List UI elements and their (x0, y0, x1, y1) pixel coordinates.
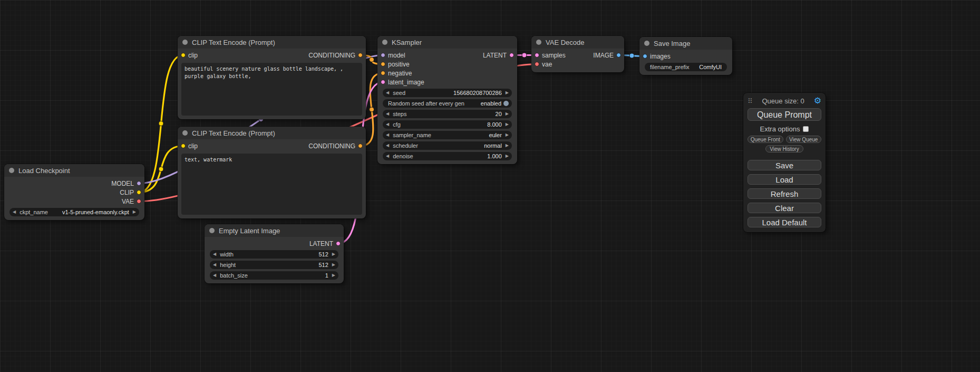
node-title-bar[interactable]: CLIP Text Encode (Prompt) (178, 127, 366, 139)
collapse-dot-icon[interactable] (209, 228, 215, 233)
queue-menu-panel: ⠿ Queue size: 0 ⚙ Queue Prompt Extra opt… (743, 93, 826, 232)
increment-arrow-icon[interactable]: ▶ (332, 271, 335, 280)
widget-batch-size[interactable]: ◀ batch_size 1 ▶ (210, 271, 338, 280)
load-button[interactable]: Load (748, 174, 821, 185)
input-slot-clip-icon[interactable] (181, 144, 186, 148)
load-default-button[interactable]: Load Default (748, 217, 821, 227)
widget-sampler-name[interactable]: ◀ sampler_name euler ▶ (383, 131, 512, 139)
output-slot-image-icon[interactable] (616, 53, 621, 58)
node-title-bar[interactable]: Empty Latent Image (205, 224, 344, 237)
node-title-bar[interactable]: CLIP Text Encode (Prompt) (178, 36, 366, 49)
collapse-dot-icon[interactable] (644, 41, 649, 46)
widget-name: batch_size (220, 272, 248, 279)
increment-arrow-icon[interactable]: ▶ (506, 152, 509, 160)
node-title: KSampler (392, 39, 422, 46)
node-title-bar[interactable]: VAE Decode (531, 36, 624, 49)
toggle-indicator-icon[interactable] (503, 101, 509, 106)
node-load-checkpoint[interactable]: Load Checkpoint MODEL CLIP VAE ◀ ckpt_na… (4, 164, 144, 220)
node-empty-latent-image[interactable]: Empty Latent Image LATENT ◀ width 512 ▶ … (205, 224, 344, 283)
collapse-dot-icon[interactable] (382, 40, 387, 45)
increment-arrow-icon[interactable]: ▶ (506, 89, 509, 97)
widget-steps[interactable]: ◀ steps 20 ▶ (383, 110, 512, 118)
menu-header: ⠿ Queue size: 0 ⚙ (748, 96, 821, 106)
output-row-vae: VAE (4, 197, 144, 206)
increment-arrow-icon[interactable]: ▶ (506, 131, 509, 139)
increment-arrow-icon[interactable]: ▶ (506, 141, 509, 150)
widget-denoise[interactable]: ◀ denoise 1.000 ▶ (383, 152, 512, 160)
output-slot-conditioning-icon[interactable] (358, 53, 363, 58)
increment-arrow-icon[interactable]: ▶ (506, 110, 509, 118)
node-save-image[interactable]: Save Image images filename_prefix ComfyU… (639, 37, 732, 75)
input-slot-model-icon[interactable] (381, 53, 385, 58)
node-ksampler[interactable]: KSampler model LATENT positive negative … (377, 36, 517, 164)
node-clip-text-encode-negative[interactable]: CLIP Text Encode (Prompt) clip CONDITION… (178, 127, 366, 218)
widget-width[interactable]: ◀ width 512 ▶ (210, 250, 338, 259)
input-slot-samples-icon[interactable] (535, 53, 539, 58)
widget-random-seed-toggle[interactable]: Random seed after every gen enabled (383, 99, 512, 108)
collapse-dot-icon[interactable] (182, 40, 188, 45)
output-label: CLIP (120, 189, 134, 196)
widget-ckpt-name[interactable]: ◀ ckpt_name v1-5-pruned-emaonly.ckpt ▶ (9, 208, 139, 216)
refresh-button[interactable]: Refresh (748, 188, 821, 199)
view-queue-button[interactable]: View Queue (786, 136, 822, 143)
settings-gear-icon[interactable]: ⚙ (814, 97, 821, 105)
input-label: negative (388, 70, 412, 77)
node-title-bar[interactable]: KSampler (377, 36, 517, 49)
input-label: clip (188, 142, 198, 150)
decrement-arrow-icon[interactable]: ◀ (386, 152, 389, 160)
output-slot-latent-icon[interactable] (509, 53, 514, 58)
collapse-dot-icon[interactable] (9, 168, 14, 173)
widget-name: cfg (393, 121, 401, 128)
increment-arrow-icon[interactable]: ▶ (332, 261, 335, 269)
output-slot-model-icon[interactable] (137, 181, 141, 186)
increment-arrow-icon[interactable]: ▶ (332, 250, 335, 259)
widget-height[interactable]: ◀ height 512 ▶ (210, 261, 338, 269)
widget-scheduler[interactable]: ◀ scheduler normal ▶ (383, 141, 512, 150)
widget-cfg[interactable]: ◀ cfg 8.000 ▶ (383, 120, 512, 129)
history-row: View History (748, 145, 821, 152)
widget-name: seed (393, 90, 405, 96)
node-vae-decode[interactable]: VAE Decode samples IMAGE vae (531, 36, 624, 72)
node-clip-text-encode-positive[interactable]: CLIP Text Encode (Prompt) clip CONDITION… (178, 36, 366, 119)
decrement-arrow-icon[interactable]: ◀ (213, 261, 216, 269)
decrement-arrow-icon[interactable]: ◀ (213, 271, 216, 280)
output-slot-clip-icon[interactable] (137, 190, 141, 195)
widget-name: ckpt_name (20, 209, 48, 215)
widget-value: 1.000 (487, 153, 502, 159)
collapse-dot-icon[interactable] (182, 130, 188, 136)
node-title-bar[interactable]: Save Image (639, 37, 732, 50)
input-slot-images-icon[interactable] (643, 54, 647, 59)
drag-handle-icon[interactable]: ⠿ (748, 97, 753, 105)
extra-options-label: Extra options (760, 125, 800, 133)
output-slot-vae-icon[interactable] (137, 199, 141, 204)
queue-prompt-button[interactable]: Queue Prompt (748, 108, 821, 121)
widget-filename-prefix[interactable]: filename_prefix ComfyUI (645, 63, 727, 71)
increment-arrow-icon[interactable]: ▶ (506, 120, 509, 129)
queue-front-button[interactable]: Queue Front (748, 136, 783, 143)
input-slot-vae-icon[interactable] (535, 62, 539, 66)
clear-button[interactable]: Clear (748, 203, 821, 213)
save-button[interactable]: Save (748, 160, 821, 170)
input-slot-positive-icon[interactable] (381, 62, 385, 66)
collapse-dot-icon[interactable] (536, 40, 541, 45)
decrement-arrow-icon[interactable]: ◀ (386, 131, 389, 139)
widget-value: 512 (318, 262, 328, 268)
decrement-arrow-icon[interactable]: ◀ (386, 89, 389, 97)
positive-prompt-textarea[interactable]: beautiful scenery nature glass bottle la… (181, 63, 362, 116)
negative-prompt-textarea[interactable]: text, watermark (181, 154, 362, 215)
increment-arrow-icon[interactable]: ▶ (133, 208, 136, 216)
decrement-arrow-icon[interactable]: ◀ (13, 208, 16, 216)
output-slot-conditioning-icon[interactable] (358, 144, 363, 148)
output-slot-latent-icon[interactable] (336, 241, 341, 246)
node-title-bar[interactable]: Load Checkpoint (4, 164, 144, 177)
decrement-arrow-icon[interactable]: ◀ (213, 250, 216, 259)
input-slot-clip-icon[interactable] (181, 53, 186, 58)
decrement-arrow-icon[interactable]: ◀ (386, 120, 389, 129)
decrement-arrow-icon[interactable]: ◀ (386, 110, 389, 118)
decrement-arrow-icon[interactable]: ◀ (386, 141, 389, 150)
view-history-button[interactable]: View History (765, 145, 803, 152)
input-slot-latent-image-icon[interactable] (381, 80, 385, 84)
input-slot-negative-icon[interactable] (381, 71, 385, 75)
extra-options-checkbox[interactable] (803, 126, 809, 132)
widget-seed[interactable]: ◀ seed 156680208700286 ▶ (383, 89, 512, 97)
